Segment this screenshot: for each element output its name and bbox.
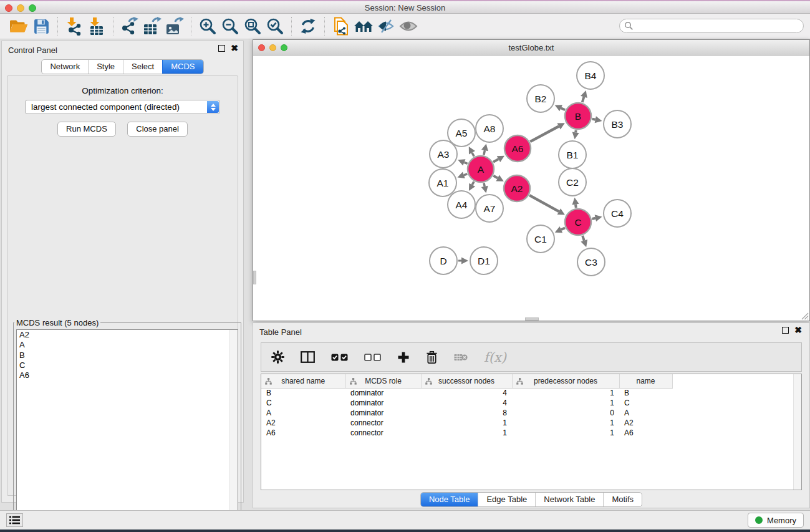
graph-edge-B-B3[interactable] <box>592 119 595 120</box>
import-table-button[interactable] <box>85 16 108 37</box>
table-cell[interactable]: C <box>261 398 345 408</box>
task-history-button[interactable] <box>6 513 23 527</box>
result-list-item[interactable]: A2 <box>17 330 238 340</box>
table-cell[interactable]: 1 <box>512 388 619 398</box>
graph-edge-B-B2[interactable] <box>561 108 566 110</box>
tab-style[interactable]: Style <box>88 60 123 74</box>
export-network-button[interactable] <box>118 16 141 37</box>
refresh-button[interactable] <box>297 16 319 37</box>
table-cell[interactable]: A6 <box>619 428 672 438</box>
home-button[interactable] <box>352 16 375 37</box>
tab-node-table[interactable]: Node Table <box>421 493 478 506</box>
splitter-handle[interactable] <box>525 317 539 321</box>
graph-edge-C-C3[interactable] <box>582 236 584 241</box>
graph-edge-C-C2[interactable] <box>576 205 576 208</box>
delete-column-button[interactable] <box>426 351 438 364</box>
network-close-button[interactable] <box>258 44 265 51</box>
result-list-item[interactable]: A <box>17 340 238 350</box>
deselect-all-button[interactable] <box>364 354 381 361</box>
table-cell[interactable]: A2 <box>619 418 672 428</box>
table-cell[interactable]: 1 <box>421 418 512 428</box>
result-list-scrollbar[interactable] <box>229 330 238 526</box>
table-row[interactable]: A6connector11A6 <box>261 428 672 438</box>
zoom-in-button[interactable] <box>196 16 219 37</box>
graph-edge-A-A3[interactable] <box>464 162 467 163</box>
memory-button[interactable]: Memory <box>748 513 804 528</box>
table-row[interactable]: Cdominator41C <box>261 398 672 408</box>
graph-edge-A-A6[interactable] <box>493 159 498 162</box>
result-list-item[interactable]: A6 <box>17 370 238 380</box>
table-cell[interactable]: 1 <box>421 428 512 438</box>
graph-edge-A6-B[interactable] <box>530 127 559 142</box>
graph-edge-C-C1[interactable] <box>561 228 565 230</box>
show-glyphs-button[interactable] <box>397 16 420 37</box>
tab-edge-table[interactable]: Edge Table <box>478 493 535 506</box>
float-panel-icon[interactable] <box>782 327 789 334</box>
resize-grip[interactable] <box>801 312 809 320</box>
optimization-criterion-select[interactable]: largest connected component (directed) <box>25 100 220 114</box>
table-row[interactable]: A2connector11A2 <box>261 418 672 428</box>
close-panel-icon[interactable]: ✖ <box>794 327 802 334</box>
network-canvas[interactable]: B4B2BB3A5A8A6B1A3AA1C2A2A4A7C4CC1C3DD1 <box>253 56 809 321</box>
table-cell[interactable]: 8 <box>421 408 512 418</box>
tab-network-table[interactable]: Network Table <box>535 493 603 506</box>
table-row[interactable]: Adominator80A <box>261 408 672 418</box>
column-header-name[interactable]: name <box>619 374 672 388</box>
tab-motifs[interactable]: Motifs <box>603 493 642 506</box>
save-session-button[interactable] <box>30 16 52 37</box>
zoom-selected-button[interactable] <box>264 16 286 37</box>
float-panel-icon[interactable] <box>218 45 225 52</box>
graph-edge-A-A5[interactable] <box>472 153 474 157</box>
network-from-document-button[interactable] <box>330 16 352 37</box>
column-header-predecessor-nodes[interactable]: predecessor nodes <box>512 374 619 388</box>
table-cell[interactable]: connector <box>345 428 421 438</box>
tab-select[interactable]: Select <box>123 60 162 74</box>
hide-glyphs-button[interactable] <box>375 16 397 37</box>
graph-edge-A-A7[interactable] <box>484 183 485 186</box>
table-cell[interactable]: B <box>619 388 672 398</box>
table-cell[interactable]: 4 <box>421 388 512 398</box>
export-table-button[interactable] <box>141 16 163 37</box>
table-cell[interactable]: 1 <box>512 418 619 428</box>
table-scrollbar[interactable] <box>793 374 801 490</box>
table-cell[interactable]: C <box>619 398 672 408</box>
graph-edge-C-C4[interactable] <box>592 218 595 219</box>
network-maximize-button[interactable] <box>281 44 287 51</box>
graph-edge-B-B4[interactable] <box>582 97 584 102</box>
select-all-button[interactable] <box>331 354 348 361</box>
tab-network[interactable]: Network <box>42 60 88 74</box>
graph-edge-A2-C[interactable] <box>529 195 559 211</box>
search-input[interactable] <box>634 19 803 32</box>
splitter-handle[interactable] <box>253 271 256 284</box>
table-cell[interactable]: B <box>261 388 345 398</box>
tab-mcds[interactable]: MCDS <box>162 60 203 74</box>
add-column-button[interactable] <box>397 351 410 364</box>
open-session-button[interactable] <box>7 16 30 37</box>
table-cell[interactable]: dominator <box>345 388 421 398</box>
graph-edge-A-A1[interactable] <box>464 174 467 175</box>
result-list-item[interactable]: C <box>17 360 238 370</box>
run-mcds-button[interactable]: Run MCDS <box>57 122 116 137</box>
graph-edge-A-A8[interactable] <box>484 150 485 155</box>
table-cell[interactable]: dominator <box>345 398 421 408</box>
zoom-fit-button[interactable] <box>241 16 264 37</box>
graph-edge-A-A2[interactable] <box>493 176 498 178</box>
graph-edge-A-A4[interactable] <box>472 181 474 185</box>
table-cell[interactable]: A6 <box>261 428 345 438</box>
graph-edge-B-B1[interactable] <box>576 130 576 133</box>
table-cell[interactable]: 4 <box>421 398 512 408</box>
close-panel-button[interactable]: Close panel <box>127 122 188 137</box>
column-header-MCDS-role[interactable]: MCDS role <box>345 374 421 388</box>
table-cell[interactable]: 1 <box>512 398 619 408</box>
table-cell[interactable]: A <box>619 408 672 418</box>
column-header-successor-nodes[interactable]: successor nodes <box>421 374 512 388</box>
result-list-item[interactable]: B <box>17 351 238 360</box>
table-cell[interactable]: 1 <box>512 428 619 438</box>
network-minimize-button[interactable] <box>269 44 276 51</box>
column-header-shared-name[interactable]: shared name <box>261 374 345 388</box>
zoom-out-button[interactable] <box>219 16 241 37</box>
table-settings-button[interactable] <box>271 351 284 364</box>
table-row[interactable]: Bdominator41B <box>261 388 672 398</box>
split-column-button[interactable] <box>301 351 315 363</box>
table-cell[interactable]: A2 <box>261 418 345 428</box>
